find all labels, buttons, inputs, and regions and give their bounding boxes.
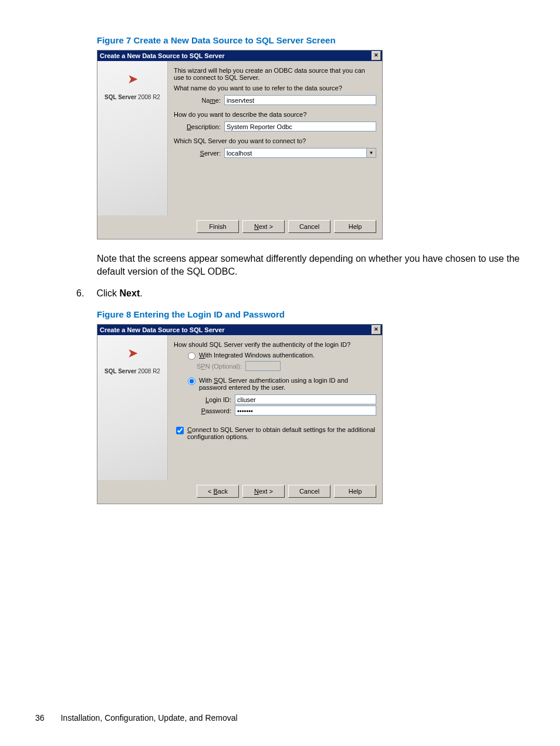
figure7-brand: SQL Server 2008 R2 [101,94,164,100]
note-paragraph: Note that the screens appear somewhat di… [97,252,531,278]
password-label: Password: [196,407,235,414]
figure7-side-image: ➤ SQL Server 2008 R2 [97,61,168,215]
spn-input [245,361,281,371]
next-button[interactable]: Next > [242,220,285,233]
figure8-title: Create a New Data Source to SQL Server [100,325,225,335]
sql-logo-icon: ➤ [101,73,164,86]
cancel-button[interactable]: Cancel [288,220,330,233]
server-label: Server: [174,150,224,157]
step-text-before: Click [96,288,119,298]
close-icon[interactable]: ✕ [372,51,381,60]
figure7-server-q: Which SQL Server do you want to connect … [174,137,376,144]
spn-label: SPN (Optional): [196,363,245,370]
help-button[interactable]: Help [334,485,376,498]
figure7-caption: Figure 7 Create a New Data Source to SQL… [97,35,525,45]
login-input[interactable] [235,394,376,404]
name-input[interactable] [224,95,376,105]
help-button[interactable]: Help [334,220,376,233]
figure8-brand: SQL Server 2008 R2 [101,368,164,374]
cancel-button[interactable]: Cancel [288,485,330,498]
figure7-titlebar: Create a New Data Source to SQL Server ✕ [97,50,382,61]
page-number: 36 [35,713,45,723]
step-text-after: . [140,288,142,298]
radio-windows-label: With Integrated Windows authentication. [199,352,315,359]
figure8-caption: Figure 8 Entering the Login ID and Passw… [97,309,525,319]
connect-defaults-checkbox[interactable] [176,427,184,434]
password-input[interactable] [235,406,376,416]
step-bold: Next [120,288,140,298]
close-icon[interactable]: ✕ [372,325,381,335]
name-label: Name: [174,97,224,104]
figure7-desc-q: How do you want to describe the data sou… [174,111,376,118]
description-label: Description: [174,123,224,130]
step-number: 6. [76,288,94,299]
server-input[interactable] [224,148,367,158]
figure8-side-image: ➤ SQL Server 2008 R2 [97,335,168,480]
login-label: Login ID: [196,396,235,403]
finish-button[interactable]: Finish [197,220,239,233]
radio-sql-auth[interactable] [188,377,195,385]
figure7-dialog: Create a New Data Source to SQL Server ✕… [97,50,383,239]
description-input[interactable] [224,121,376,131]
connect-defaults-label: Connect to SQL Server to obtain default … [187,426,376,440]
step-6: 6. Click Next. [76,288,525,299]
server-dropdown-icon[interactable]: ▼ [367,148,376,158]
figure8-dialog: Create a New Data Source to SQL Server ✕… [97,324,383,504]
figure8-q1: How should SQL Server verify the authent… [174,341,376,348]
next-button[interactable]: Next > [242,485,285,498]
figure8-titlebar: Create a New Data Source to SQL Server ✕ [97,325,382,335]
page-footer: 36 Installation, Configuration, Update, … [35,713,238,723]
figure7-title: Create a New Data Source to SQL Server [100,50,225,61]
back-button[interactable]: < Back [197,485,239,498]
radio-windows-auth[interactable] [188,352,195,360]
sql-logo-icon: ➤ [101,347,164,360]
radio-sql-label: With SQL Server authentication using a l… [199,377,376,391]
figure7-intro2: What name do you want to use to refer to… [174,85,376,92]
figure7-intro1: This wizard will help you create an ODBC… [174,67,376,81]
footer-section: Installation, Configuration, Update, and… [60,713,237,723]
